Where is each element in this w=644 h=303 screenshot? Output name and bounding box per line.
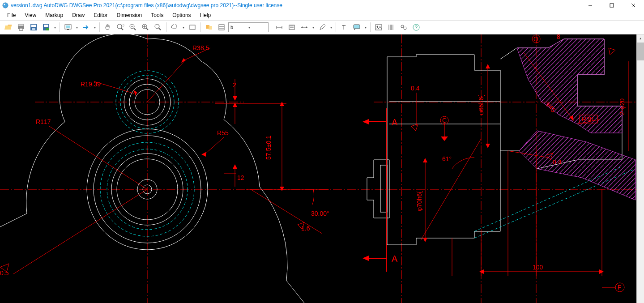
minimize-button[interactable]	[585, 1, 596, 10]
menu-file[interactable]: File	[3, 11, 20, 19]
scroll-up-button[interactable]: ▴	[637, 34, 644, 42]
menu-editor[interactable]: Editor	[89, 11, 112, 19]
dimension-dropdown[interactable]: ▾	[311, 21, 316, 33]
window-title: version1.dwg AutoDWG DWGSee Pro 2021(c:\…	[11, 2, 585, 9]
menu-dimension[interactable]: Dimension	[112, 11, 147, 19]
monitor-dropdown[interactable]: ▾	[75, 21, 79, 33]
layer-combo[interactable]: b ▾	[228, 22, 269, 32]
zoom-window-button[interactable]	[115, 21, 126, 33]
svg-rect-17	[67, 29, 69, 30]
toolbar-separator	[336, 22, 336, 32]
toolbar-separator	[60, 22, 60, 32]
comment-button[interactable]	[351, 21, 363, 33]
label-dim12: 12	[237, 174, 244, 181]
image-button[interactable]	[373, 21, 384, 33]
zoom-out-button[interactable]	[127, 21, 139, 33]
label-dia70: φ70h6{	[416, 191, 423, 211]
save-dropdown[interactable]: ▾	[53, 21, 57, 33]
menu-draw[interactable]: Draw	[68, 11, 89, 19]
label-dim04: 0.4	[411, 85, 420, 92]
menubar: File View Markup Draw Editor Dimension T…	[0, 10, 644, 20]
menu-view[interactable]: View	[20, 11, 41, 19]
svg-text:?: ?	[415, 25, 418, 30]
dimension-button[interactable]	[299, 21, 310, 33]
toolbar-separator	[99, 22, 100, 32]
zoom-in-button[interactable]	[140, 21, 151, 33]
label-dim100: 100	[533, 264, 543, 271]
toolbar-separator	[166, 22, 166, 32]
close-button[interactable]	[628, 1, 639, 10]
measure-area-button[interactable]	[286, 21, 298, 33]
toolbar-separator	[200, 22, 201, 32]
svg-line-25	[146, 28, 148, 30]
label-dim575: 57.5±0.1	[265, 135, 272, 160]
arrow-right-button[interactable]	[80, 21, 92, 33]
label-r1939: R19.39	[81, 81, 101, 88]
save-button[interactable]	[28, 21, 39, 33]
menu-tools[interactable]: Tools	[146, 11, 168, 19]
label-dim04b: 0.4	[553, 158, 562, 166]
label-refF: F	[618, 284, 622, 291]
open-button[interactable]	[3, 21, 14, 33]
chevron-down-icon: ▾	[248, 26, 266, 30]
svg-rect-30	[190, 25, 195, 30]
svg-rect-11	[32, 28, 35, 30]
rect-button[interactable]	[187, 21, 198, 33]
svg-line-19	[121, 28, 123, 30]
label-r385: R38.5	[192, 44, 209, 51]
svg-line-29	[159, 28, 161, 30]
pan-button[interactable]	[102, 21, 114, 33]
layer-toggle-button[interactable]	[203, 21, 215, 33]
menu-help[interactable]: Help	[196, 11, 216, 19]
cloud-button[interactable]	[169, 21, 180, 33]
print-button[interactable]	[15, 21, 27, 33]
svg-line-80	[204, 137, 224, 155]
zoom-extents-button[interactable]	[152, 21, 164, 33]
svg-rect-14	[46, 28, 49, 30]
svg-point-18	[117, 24, 122, 29]
count-button[interactable]	[385, 21, 397, 33]
toolbar-separator	[370, 22, 371, 32]
label-refC: C	[442, 117, 447, 124]
comment-dropdown[interactable]: ▾	[363, 21, 368, 33]
menu-options[interactable]: Options	[168, 11, 195, 19]
svg-point-1	[4, 4, 5, 5]
svg-text:T: T	[342, 24, 346, 31]
menu-markup[interactable]: Markup	[41, 11, 68, 19]
save-image-button[interactable]	[40, 21, 52, 33]
layer-combo-value: b	[230, 25, 248, 30]
layer-manager-button[interactable]	[216, 21, 227, 33]
svg-rect-44	[354, 25, 360, 29]
cloud-dropdown[interactable]: ▾	[181, 21, 186, 33]
label-ang30: 30.00°	[311, 210, 329, 217]
toolbar: ▾ ▾ ▾ ▾ b ▾ ▾ ▾ T ▾ ?	[0, 20, 644, 34]
measure-dist-button[interactable]	[273, 21, 285, 33]
label-r117: R117	[36, 118, 51, 125]
help-button[interactable]: ?	[410, 21, 422, 33]
svg-point-0	[3, 3, 8, 8]
svg-line-79	[49, 126, 147, 189]
label-r30: R30	[582, 115, 593, 123]
vertical-scrollbar[interactable]: ▴	[636, 34, 644, 303]
svg-point-46	[377, 26, 378, 27]
svg-rect-13	[44, 25, 48, 27]
svg-line-22	[134, 28, 136, 30]
brush-button[interactable]	[316, 21, 328, 33]
svg-rect-16	[66, 26, 70, 28]
arrow-dropdown[interactable]: ▾	[93, 21, 97, 33]
svg-rect-32	[209, 26, 212, 30]
maximize-button[interactable]	[606, 1, 617, 10]
scroll-thumb[interactable]	[637, 43, 644, 60]
svg-rect-33	[219, 25, 224, 30]
find-button[interactable]	[398, 21, 409, 33]
brush-dropdown[interactable]: ▾	[329, 21, 333, 33]
label-left05: 0.5	[0, 269, 9, 277]
window-controls	[585, 1, 642, 10]
label-dia65: φ65h6{	[478, 95, 485, 115]
text-button[interactable]: T	[338, 21, 350, 33]
svg-rect-10	[31, 25, 36, 27]
monitor-button[interactable]	[62, 21, 74, 33]
drawing-canvas[interactable]: R38.5 R19.39 R117 R55 2 12 57.5±0.1 30.0…	[0, 34, 644, 303]
label-mark8: 8	[557, 34, 560, 40]
label-section-a2: A	[392, 254, 398, 264]
